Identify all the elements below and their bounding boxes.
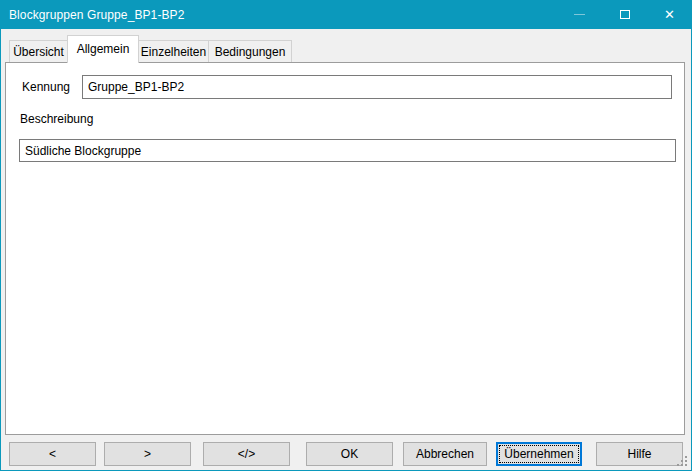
help-button[interactable]: Hilfe: [596, 442, 683, 466]
tab-panel-allgemein: Kennung Beschreibung: [5, 62, 685, 435]
beschreibung-input[interactable]: [19, 139, 676, 162]
resize-grip[interactable]: [676, 455, 689, 468]
titlebar[interactable]: Blockgruppen Gruppe_BP1-BP2 ✕: [0, 0, 692, 29]
close-button[interactable]: ✕: [647, 0, 692, 29]
tab-uebersicht[interactable]: Übersicht: [9, 40, 68, 63]
forward-button[interactable]: >: [104, 442, 191, 466]
beschreibung-label: Beschreibung: [20, 111, 93, 127]
tab-allgemein[interactable]: Allgemein: [67, 35, 139, 63]
maximize-button[interactable]: [602, 0, 647, 29]
cancel-button[interactable]: Abbrechen: [403, 442, 487, 466]
code-view-button[interactable]: </>: [203, 442, 290, 466]
kennung-input[interactable]: [82, 75, 672, 99]
maximize-icon: [620, 10, 630, 19]
minimize-icon: [574, 14, 585, 15]
tab-einzelheiten[interactable]: Einzelheiten: [138, 40, 209, 63]
minimize-button[interactable]: [557, 0, 602, 29]
tab-bedingungen[interactable]: Bedingungen: [208, 40, 292, 63]
ok-button[interactable]: OK: [306, 442, 393, 466]
apply-button[interactable]: Übernehmen: [496, 442, 582, 466]
caption-buttons: ✕: [557, 0, 692, 29]
back-button[interactable]: <: [9, 442, 96, 466]
dialog-window: Blockgruppen Gruppe_BP1-BP2 ✕ Übersicht …: [0, 0, 692, 471]
kennung-label: Kennung: [22, 75, 70, 99]
window-title: Blockgruppen Gruppe_BP1-BP2: [0, 8, 557, 22]
close-icon: ✕: [664, 8, 675, 21]
